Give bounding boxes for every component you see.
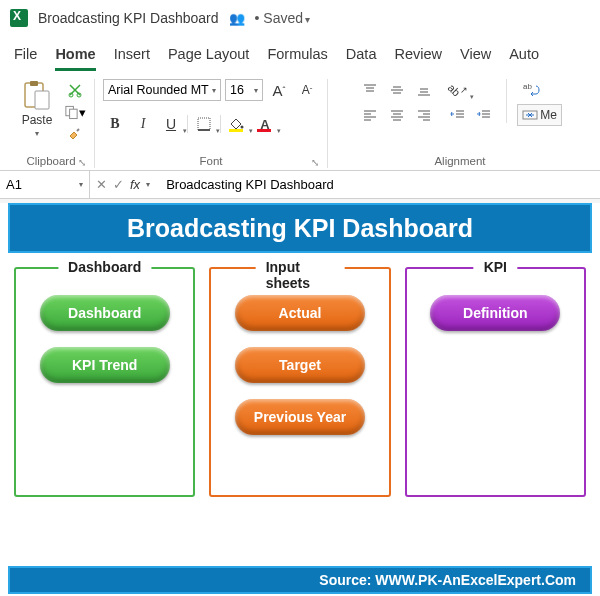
chevron-down-icon: ▾	[254, 86, 258, 95]
format-painter-button[interactable]	[64, 125, 86, 143]
document-title: Broadcasting KPI Dashboard	[38, 10, 219, 26]
align-bottom-button[interactable]	[412, 79, 436, 101]
svg-rect-7	[198, 118, 210, 130]
tab-automate[interactable]: Auto	[509, 46, 539, 71]
card-kpi: KPI Definition	[405, 267, 586, 497]
name-box[interactable]: A1▾	[0, 171, 90, 198]
increase-font-size-button[interactable]: Aˆ	[267, 79, 291, 101]
font-color-button[interactable]: A▾	[253, 113, 277, 135]
ribbon-group-alignment: ab↗▾ ab Me Alignment	[327, 79, 592, 168]
clipboard-icon	[21, 79, 53, 111]
decrease-indent-button[interactable]	[446, 104, 470, 126]
decrease-font-size-button[interactable]: Aˇ	[295, 79, 319, 101]
chevron-down-icon[interactable]: ▾	[146, 180, 150, 189]
card-dashboard: Dashboard Dashboard KPI Trend	[14, 267, 195, 497]
tab-home[interactable]: Home	[55, 46, 95, 71]
align-top-button[interactable]	[358, 79, 382, 101]
pill-kpi-trend[interactable]: KPI Trend	[40, 347, 170, 383]
group-label-font: Font	[199, 155, 222, 167]
chevron-down-icon: ▾	[305, 14, 310, 25]
pill-previous-year[interactable]: Previous Year	[235, 399, 365, 435]
group-label-clipboard: Clipboard	[26, 155, 75, 167]
ribbon-tabs: File Home Insert Page Layout Formulas Da…	[0, 36, 600, 71]
tab-page-layout[interactable]: Page Layout	[168, 46, 249, 71]
tab-formulas[interactable]: Formulas	[267, 46, 327, 71]
card-title-input: Input sheets	[256, 259, 345, 291]
pill-target[interactable]: Target	[235, 347, 365, 383]
card-input-sheets: Input sheets Actual Target Previous Year	[209, 267, 390, 497]
underline-button[interactable]: U▾	[159, 113, 183, 135]
svg-rect-2	[35, 91, 49, 109]
title-bar: Broadcasting KPI Dashboard 👥 • Saved▾	[0, 0, 600, 36]
worksheet-area[interactable]: Broadcasting KPI Dashboard Dashboard Das…	[0, 203, 600, 596]
card-title-kpi: KPI	[474, 259, 517, 275]
pill-dashboard[interactable]: Dashboard	[40, 295, 170, 331]
group-label-alignment: Alignment	[434, 155, 485, 167]
bold-button[interactable]: B	[103, 113, 127, 135]
borders-button[interactable]: ▾	[192, 113, 216, 135]
chevron-down-icon: ▾	[212, 86, 216, 95]
copy-button[interactable]: ▾	[64, 103, 86, 121]
enter-formula-icon[interactable]: ✓	[113, 177, 124, 192]
align-left-button[interactable]	[358, 104, 382, 126]
dialog-launcher-icon[interactable]: ⤡	[311, 157, 319, 168]
increase-indent-button[interactable]	[472, 104, 496, 126]
wrap-text-button[interactable]: ab	[517, 79, 547, 101]
font-size-select[interactable]: 16▾	[225, 79, 263, 101]
tab-file[interactable]: File	[14, 46, 37, 71]
save-status[interactable]: • Saved▾	[255, 10, 311, 26]
svg-rect-6	[70, 109, 78, 118]
merge-center-button[interactable]: Me	[517, 104, 562, 126]
tab-data[interactable]: Data	[346, 46, 377, 71]
svg-rect-1	[30, 81, 38, 86]
dashboard-title-banner: Broadcasting KPI Dashboard	[8, 203, 592, 253]
ribbon-group-clipboard: Paste ▾ ▾ Clipboard⤡	[8, 79, 94, 168]
pill-actual[interactable]: Actual	[235, 295, 365, 331]
insert-function-button[interactable]: fx	[130, 177, 140, 192]
cancel-formula-icon[interactable]: ✕	[96, 177, 107, 192]
svg-text:ab: ab	[523, 82, 532, 91]
formula-input[interactable]: Broadcasting KPI Dashboard	[156, 171, 600, 198]
font-family-select[interactable]: Arial Rounded MT▾	[103, 79, 221, 101]
align-right-button[interactable]	[412, 104, 436, 126]
footer-source: Source: WWW.PK-AnExcelExpert.Com	[8, 566, 592, 594]
orientation-button[interactable]: ab↗▾	[446, 79, 470, 101]
paste-button[interactable]: Paste ▾	[16, 79, 58, 138]
pill-definition[interactable]: Definition	[430, 295, 560, 331]
excel-app-icon	[10, 9, 28, 27]
formula-bar: A1▾ ✕ ✓ fx ▾ Broadcasting KPI Dashboard	[0, 171, 600, 199]
ribbon: Paste ▾ ▾ Clipboard⤡ Arial Rounded MT▾ 1…	[0, 71, 600, 171]
ribbon-group-font: Arial Rounded MT▾ 16▾ Aˆ Aˇ B I U▾ ▾ ▾ A…	[94, 79, 327, 168]
italic-button[interactable]: I	[131, 113, 155, 135]
chevron-down-icon: ▾	[35, 129, 39, 138]
fill-color-button[interactable]: ▾	[225, 113, 249, 135]
tab-review[interactable]: Review	[394, 46, 442, 71]
card-title-dashboard: Dashboard	[58, 259, 151, 275]
align-middle-button[interactable]	[385, 79, 409, 101]
align-center-button[interactable]	[385, 104, 409, 126]
cut-button[interactable]	[64, 81, 86, 99]
chevron-down-icon: ▾	[79, 180, 83, 189]
tab-insert[interactable]: Insert	[114, 46, 150, 71]
share-icon[interactable]: 👥	[229, 11, 245, 26]
dialog-launcher-icon[interactable]: ⤡	[78, 157, 86, 168]
tab-view[interactable]: View	[460, 46, 491, 71]
